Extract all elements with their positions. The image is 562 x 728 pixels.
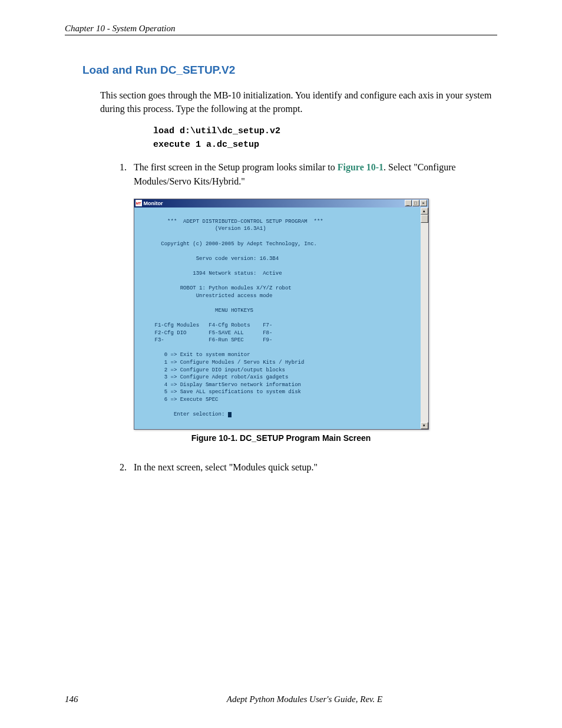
section-intro: This section goes through the MB-10 init… — [100, 88, 497, 116]
terminal-content: *** ADEPT DISTRIBUTED-CONTROL SETUP PROG… — [134, 207, 421, 429]
window-title-bar[interactable]: MT Monitor _ □ × — [134, 199, 428, 207]
scroll-down-button[interactable]: ▾ — [421, 422, 428, 429]
figure-caption: Figure 10-1. DC_SETUP Program Main Scree… — [65, 433, 497, 443]
scroll-track[interactable] — [421, 223, 428, 422]
figure-reference-link[interactable]: Figure 10-1 — [338, 162, 384, 172]
step-2-text: In the next screen, select "Modules quic… — [134, 460, 497, 474]
cursor-icon — [228, 412, 232, 417]
code-line-1: load d:\util\dc_setup.v2 — [153, 126, 497, 136]
section-title: Load and Run DC_SETUP.V2 — [82, 64, 497, 77]
header-rule — [65, 35, 497, 35]
footer-title: Adept Python Modules User's Guide, Rev. … — [112, 694, 497, 704]
minimize-button[interactable]: _ — [405, 200, 412, 206]
step-1-text: The first screen in the Setup program lo… — [134, 160, 497, 187]
window-title: Monitor — [144, 200, 163, 206]
vertical-scrollbar[interactable]: ▴ ▾ — [421, 207, 428, 429]
page-number: 146 — [65, 694, 112, 704]
step-1-pre: The first screen in the Setup program lo… — [134, 162, 338, 172]
step-2: 2. In the next screen, select "Modules q… — [109, 460, 497, 474]
step-2-number: 2. — [109, 460, 134, 474]
monitor-window: MT Monitor _ □ × *** ADEPT DISTRIBUTED-C… — [134, 199, 429, 430]
scroll-thumb[interactable] — [421, 215, 428, 223]
scroll-up-button[interactable]: ▴ — [421, 207, 428, 215]
code-line-2: execute 1 a.dc_setup — [153, 140, 497, 150]
chapter-header: Chapter 10 - System Operation — [65, 24, 497, 34]
app-icon: MT — [135, 200, 142, 206]
step-1: 1. The first screen in the Setup program… — [109, 160, 497, 187]
maximize-button[interactable]: □ — [412, 200, 419, 206]
step-1-number: 1. — [109, 160, 134, 187]
close-button[interactable]: × — [420, 200, 427, 206]
page-footer: 146 Adept Python Modules User's Guide, R… — [65, 694, 497, 704]
